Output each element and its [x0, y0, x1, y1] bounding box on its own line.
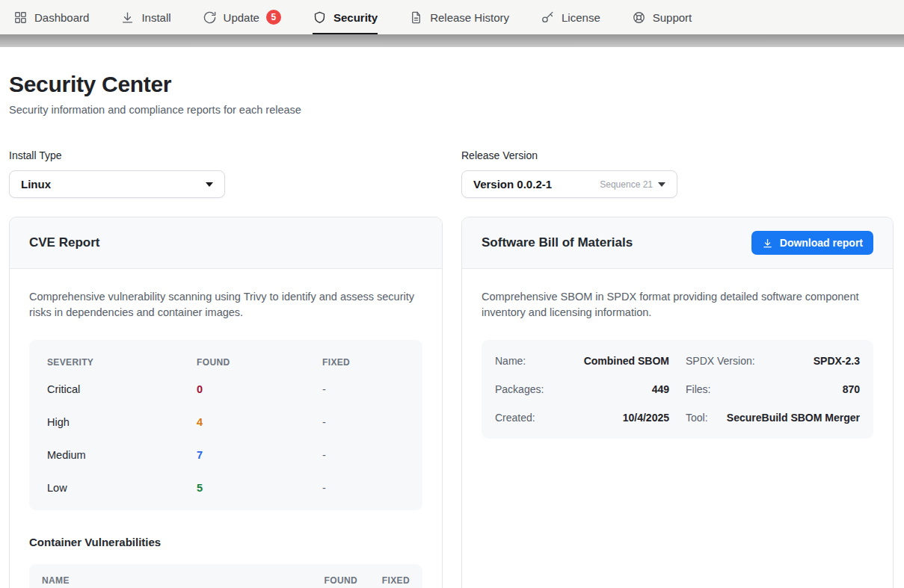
- download-icon: [120, 10, 135, 25]
- tab-label: Release History: [430, 11, 509, 24]
- report-cards: CVE Report Comprehensive vulnerability s…: [9, 217, 895, 588]
- container-vulnerabilities-title: Container Vulnerabilities: [29, 536, 422, 548]
- found-count: 7: [197, 449, 322, 461]
- sbom-info-label: Tool:: [686, 412, 708, 424]
- release-version-filter: Release Version Version 0.0.2-1 Sequence…: [461, 149, 894, 198]
- sbom-info-item: Created: 10/4/2025: [495, 403, 669, 432]
- install-type-label: Install Type: [9, 149, 443, 161]
- sbom-info-value: SecureBuild SBOM Merger: [727, 412, 860, 424]
- sbom-info-item: Files: 870: [686, 375, 860, 403]
- found-count: 5: [197, 482, 322, 494]
- container-table-header: NAME FOUND FIXED: [29, 564, 422, 588]
- table-row: Medium 7 -: [47, 439, 405, 471]
- sbom-card: Software Bill of Materials Download repo…: [461, 217, 894, 588]
- col-fixed: FIXED: [357, 575, 410, 586]
- security-center-page: Dashboard Install Update 5 Security Rele…: [0, 0, 904, 588]
- sbom-info-value: 449: [652, 383, 669, 395]
- tab-label: Dashboard: [34, 11, 89, 24]
- col-found: FOUND: [289, 575, 357, 586]
- tab-label: Update: [224, 11, 259, 24]
- found-count: 4: [197, 416, 322, 428]
- install-type-value: Linux: [21, 178, 51, 191]
- sbom-info-value: SPDX-2.3: [814, 355, 860, 367]
- filters-row: Install Type Linux Release Version Versi…: [9, 149, 895, 198]
- top-nav: Dashboard Install Update 5 Security Rele…: [0, 0, 904, 34]
- table-row: High 4 -: [47, 406, 405, 439]
- page-subtitle: Security information and compliance repo…: [9, 104, 895, 116]
- tab-release-history[interactable]: Release History: [409, 0, 509, 34]
- found-count: 0: [197, 383, 322, 395]
- cve-description: Comprehensive vulnerability scanning usi…: [29, 289, 422, 321]
- install-type-filter: Install Type Linux: [9, 149, 443, 198]
- cve-card-title: CVE Report: [29, 235, 99, 250]
- sbom-info-label: Name:: [495, 355, 526, 367]
- chevron-down-icon: [206, 182, 213, 187]
- update-count-badge: 5: [266, 10, 281, 25]
- sbom-info-value: 10/4/2025: [623, 412, 669, 424]
- document-icon: [409, 10, 423, 25]
- severity-label: Critical: [47, 383, 197, 395]
- page-title: Security Center: [9, 72, 895, 97]
- col-found: FOUND: [197, 357, 322, 368]
- sbom-card-title: Software Bill of Materials: [482, 235, 633, 250]
- tab-update[interactable]: Update 5: [203, 0, 281, 34]
- sbom-info-label: Created:: [495, 412, 535, 424]
- sbom-info-item: Packages: 449: [495, 375, 669, 403]
- sbom-info-item: Name: Combined SBOM: [495, 347, 669, 375]
- release-version-label: Release Version: [461, 149, 894, 161]
- release-version-select[interactable]: Version 0.0.2-1 Sequence 21: [461, 170, 677, 198]
- lifebuoy-icon: [632, 10, 646, 25]
- sbom-info-value: Combined SBOM: [584, 355, 669, 367]
- refresh-icon: [203, 10, 217, 25]
- tab-label: Support: [653, 11, 692, 24]
- tab-label: Security: [333, 11, 378, 24]
- install-type-select[interactable]: Linux: [9, 170, 225, 198]
- tab-label: Install: [141, 11, 170, 24]
- col-severity: SEVERITY: [47, 357, 197, 368]
- col-name: NAME: [42, 575, 289, 586]
- fixed-count: -: [322, 383, 405, 395]
- tab-security[interactable]: Security: [313, 0, 378, 34]
- severity-label: Low: [47, 482, 197, 494]
- dashboard-icon: [13, 10, 28, 25]
- release-version-value: Version 0.0.2-1: [473, 178, 552, 191]
- col-fixed: FIXED: [322, 357, 405, 368]
- severity-label: High: [47, 416, 197, 428]
- fixed-count: -: [322, 482, 405, 494]
- table-row: Low 5 -: [47, 471, 405, 504]
- severity-table: SEVERITY FOUND FIXED Critical 0 - High 4: [29, 340, 422, 510]
- cve-card-header: CVE Report: [10, 217, 442, 269]
- sbom-description: Comprehensive SBOM in SPDX format provid…: [482, 289, 873, 321]
- sbom-info-label: SPDX Version:: [686, 355, 755, 367]
- sbom-card-header: Software Bill of Materials Download repo…: [462, 217, 893, 269]
- sbom-info-value: 870: [843, 383, 860, 395]
- cve-report-card: CVE Report Comprehensive vulnerability s…: [9, 217, 443, 588]
- severity-label: Medium: [47, 449, 197, 461]
- download-report-button[interactable]: Download report: [751, 231, 873, 255]
- scroll-shadow-band: [0, 34, 904, 47]
- sbom-info-item: Tool: SecureBuild SBOM Merger: [686, 403, 860, 432]
- tab-label: License: [562, 11, 600, 24]
- sbom-info-item: SPDX Version: SPDX-2.3: [686, 347, 860, 375]
- tab-install[interactable]: Install: [120, 0, 170, 34]
- tab-dashboard[interactable]: Dashboard: [13, 0, 89, 34]
- chevron-down-icon: [658, 182, 665, 187]
- key-icon: [541, 10, 555, 25]
- sequence-label: Sequence 21: [600, 179, 653, 190]
- sbom-info-panel: Name: Combined SBOM SPDX Version: SPDX-2…: [482, 340, 873, 439]
- severity-table-header: SEVERITY FOUND FIXED: [47, 347, 405, 373]
- sbom-info-label: Files:: [686, 383, 710, 395]
- table-row: Critical 0 -: [47, 373, 405, 406]
- tab-support[interactable]: Support: [632, 0, 692, 34]
- fixed-count: -: [322, 416, 405, 428]
- tab-license[interactable]: License: [541, 0, 600, 34]
- fixed-count: -: [322, 449, 405, 461]
- download-report-label: Download report: [780, 237, 863, 249]
- shield-icon: [313, 10, 327, 25]
- sbom-info-label: Packages:: [495, 383, 544, 395]
- download-icon: [762, 238, 773, 249]
